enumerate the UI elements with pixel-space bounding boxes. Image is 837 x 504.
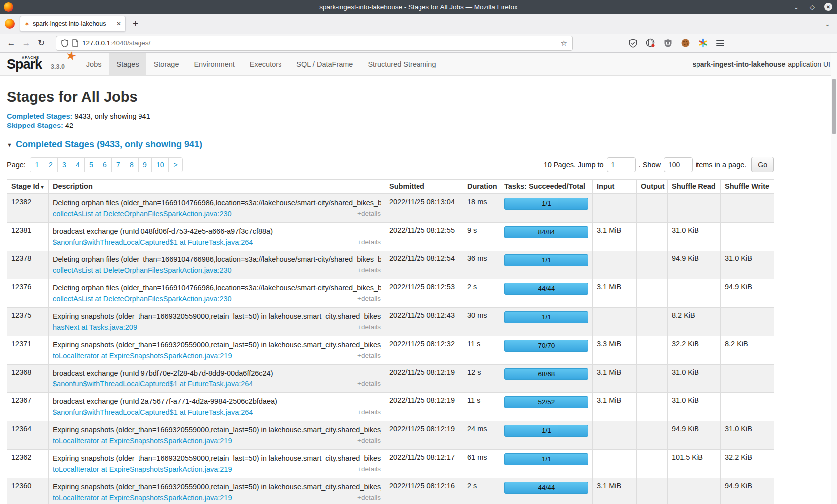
next-page-button[interactable]: >: [168, 158, 182, 172]
stage-callsite-link[interactable]: toLocalIterator at ExpireSnapshotsSparkA…: [53, 351, 232, 361]
items-per-page-input[interactable]: [664, 157, 693, 172]
stage-callsite-link[interactable]: $anonfun$withThreadLocalCaptured$1 at Fu…: [53, 379, 253, 389]
tab-close-icon[interactable]: ✕: [116, 20, 121, 27]
tasks-cell: 68/68: [500, 364, 593, 392]
completed-stages-section-header[interactable]: ▼ Completed Stages (9433, only showing 9…: [7, 139, 774, 150]
tab-strip: ✶ spark-ingest-into-lakehous ✕ + ⌄: [0, 14, 837, 34]
details-toggle[interactable]: +details: [357, 407, 381, 417]
page-button-5[interactable]: 5: [84, 158, 98, 172]
column-header-input[interactable]: Input: [593, 180, 637, 194]
firefox-view-icon[interactable]: [5, 19, 15, 29]
duration-cell: 11 s: [463, 392, 500, 421]
minimize-icon[interactable]: ⌄: [792, 3, 800, 11]
stage-callsite-link[interactable]: collectAsList at DeleteOrphanFilesSparkA…: [53, 209, 232, 219]
tracking-protection-shield-icon[interactable]: [61, 39, 68, 47]
nav-item-structured-streaming[interactable]: Structured Streaming: [360, 53, 443, 75]
stage-callsite-link[interactable]: collectAsList at DeleteOrphanFilesSparkA…: [53, 294, 232, 304]
page-button-10[interactable]: 10: [151, 158, 169, 172]
table-row: 12362Expiring snapshots (older_than=1669…: [7, 449, 774, 478]
page-button-7[interactable]: 7: [111, 158, 125, 172]
list-tabs-chevron-icon[interactable]: ⌄: [825, 20, 830, 28]
go-button[interactable]: Go: [751, 157, 774, 172]
tasks-cell: 70/70: [500, 336, 593, 364]
forward-button[interactable]: →: [19, 38, 34, 48]
completed-stages-value: 9433, only showing 941: [74, 112, 150, 120]
skipped-stages-link[interactable]: Skipped Stages:: [7, 122, 63, 129]
details-toggle[interactable]: +details: [357, 464, 381, 474]
column-header-output[interactable]: Output: [637, 180, 668, 194]
page-button-8[interactable]: 8: [125, 158, 138, 172]
details-toggle[interactable]: +details: [357, 379, 381, 389]
nav-item-environment[interactable]: Environment: [186, 53, 242, 75]
page-scrollbar-track[interactable]: [831, 53, 837, 504]
spark-logo[interactable]: Spark APACHE ★ 3.3.0: [0, 53, 70, 75]
details-toggle[interactable]: +details: [357, 265, 381, 275]
submitted-cell: 2022/11/25 08:12:19: [385, 392, 463, 421]
submitted-cell: 2022/11/25 08:12:55: [385, 222, 463, 251]
completed-stages-link[interactable]: Completed Stages:: [7, 112, 72, 120]
nav-item-stages[interactable]: Stages: [109, 53, 146, 75]
details-toggle[interactable]: +details: [357, 237, 381, 247]
extension-ublock-icon[interactable]: [664, 39, 672, 48]
details-toggle[interactable]: +details: [357, 209, 381, 219]
nav-item-sql-dataframe[interactable]: SQL / DataFrame: [289, 53, 360, 75]
extension-icons: [629, 38, 708, 48]
extension-shield-check-icon[interactable]: [629, 39, 637, 48]
page-button-4[interactable]: 4: [71, 158, 84, 172]
stage-callsite-link[interactable]: toLocalIterator at ExpireSnapshotsSparkA…: [53, 464, 232, 474]
back-button[interactable]: ←: [4, 38, 19, 48]
stage-id-cell: 12375: [7, 307, 49, 336]
page-button-2[interactable]: 2: [44, 158, 57, 172]
reload-button[interactable]: ↻: [34, 38, 49, 48]
stage-callsite-link[interactable]: collectAsList at DeleteOrphanFilesSparkA…: [53, 265, 232, 275]
nav-item-executors[interactable]: Executors: [242, 53, 289, 75]
stage-callsite-link[interactable]: toLocalIterator at ExpireSnapshotsSparkA…: [53, 493, 232, 503]
stage-callsite-link[interactable]: hasNext at Tasks.java:209: [53, 322, 137, 332]
menu-hamburger-icon[interactable]: [716, 39, 724, 48]
page-button-9[interactable]: 9: [138, 158, 151, 172]
extension-cookie-icon[interactable]: [681, 38, 690, 48]
stage-callsite-link[interactable]: $anonfun$withThreadLocalCaptured$1 at Fu…: [53, 237, 253, 247]
page-button-1[interactable]: 1: [30, 158, 44, 172]
bookmark-star-icon[interactable]: ☆: [561, 39, 567, 48]
new-tab-button[interactable]: +: [133, 18, 138, 29]
stage-callsite-link[interactable]: toLocalIterator at ExpireSnapshotsSparkA…: [53, 436, 232, 446]
column-header-stage-id[interactable]: Stage Id▾: [7, 180, 49, 194]
stage-description: Expiring snapshots (older_than=166932055…: [53, 340, 381, 350]
window-title: spark-ingest-into-lakehouse - Stages for…: [0, 3, 837, 11]
details-toggle[interactable]: +details: [357, 351, 381, 361]
completed-stages-line: Completed Stages: 9433, only showing 941: [7, 112, 774, 120]
details-toggle[interactable]: +details: [357, 294, 381, 304]
tasks-cell: 84/84: [500, 222, 593, 251]
input-cell: [593, 449, 637, 478]
nav-item-jobs[interactable]: Jobs: [79, 53, 109, 75]
column-header-submitted[interactable]: Submitted: [385, 180, 463, 194]
page-button-6[interactable]: 6: [98, 158, 111, 172]
nav-item-storage[interactable]: Storage: [146, 53, 187, 75]
details-toggle[interactable]: +details: [357, 493, 381, 503]
column-header-shuffle-read[interactable]: Shuffle Read: [668, 180, 721, 194]
column-header-description[interactable]: Description: [49, 180, 385, 194]
browser-tab[interactable]: ✶ spark-ingest-into-lakehous ✕: [20, 16, 126, 32]
column-header-duration[interactable]: Duration: [463, 180, 500, 194]
jump-to-page-input[interactable]: [607, 157, 636, 172]
details-toggle[interactable]: +details: [357, 436, 381, 446]
description-cell: broadcast exchange (runId 97bdf70e-2f28-…: [49, 364, 385, 392]
tasks-progress-bar: 70/70: [504, 340, 588, 352]
page-info-icon[interactable]: [72, 39, 78, 47]
details-toggle[interactable]: +details: [357, 322, 381, 332]
table-row: 12368broadcast exchange (runId 97bdf70e-…: [7, 364, 774, 392]
stage-description: Deleting orphan files (older_than=166910…: [53, 283, 381, 293]
page-button-3[interactable]: 3: [57, 158, 71, 172]
page-scrollbar-thumb[interactable]: [832, 79, 836, 134]
extension-colorful-asterisk-icon[interactable]: [698, 38, 708, 48]
stage-callsite-link[interactable]: $anonfun$withThreadLocalCaptured$1 at Fu…: [53, 407, 253, 417]
maximize-icon[interactable]: ◇: [808, 3, 816, 11]
description-cell: Deleting orphan files (older_than=166910…: [49, 194, 385, 223]
column-header-shuffle-write[interactable]: Shuffle Write: [721, 180, 774, 194]
shuffle-read-cell: [668, 279, 721, 307]
extension-privacy-badge-icon[interactable]: [646, 38, 655, 48]
url-bar[interactable]: 127.0.0.1:4040/stages/ ☆: [56, 36, 573, 51]
column-header-tasks-succeeded-total[interactable]: Tasks: Succeeded/Total: [500, 180, 593, 194]
close-icon[interactable]: ✕: [824, 3, 832, 11]
